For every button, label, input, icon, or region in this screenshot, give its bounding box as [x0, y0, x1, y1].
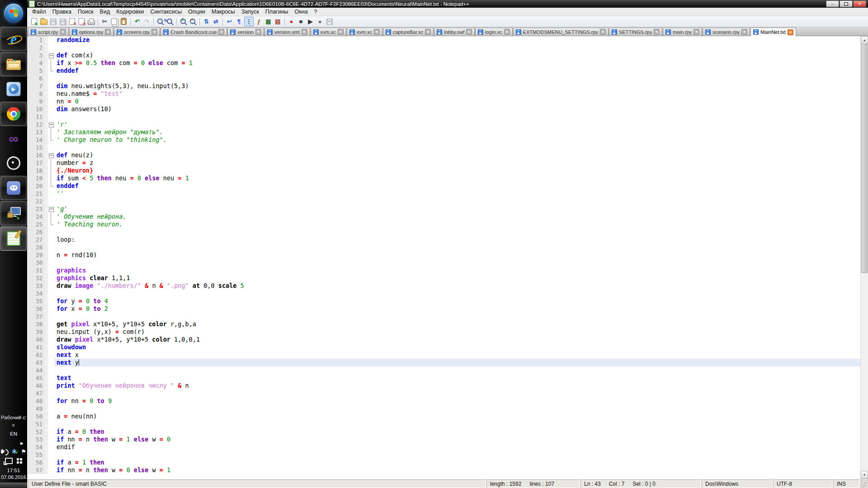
tab-scenario.rpy[interactable]: scenario.rpy✕ — [703, 28, 750, 36]
menu-item[interactable]: Плагины — [262, 8, 292, 16]
paste-icon[interactable] — [119, 17, 128, 26]
tab-EXTMODSMENU_SETTINGS.rpy[interactable]: EXTMODSMENU_SETTINGS.rpy✕ — [513, 28, 609, 36]
tab-xvm.xc[interactable]: xvm.xc✕ — [347, 28, 382, 36]
bookmark-margin[interactable] — [45, 182, 48, 190]
tab-options.rpy[interactable]: options.rpy✕ — [69, 28, 114, 36]
bookmark-margin[interactable] — [45, 259, 48, 267]
tab-close-icon[interactable]: ✕ — [302, 29, 307, 35]
network-icon[interactable] — [5, 458, 13, 464]
bookmark-margin[interactable] — [45, 451, 48, 459]
bookmark-margin[interactable] — [45, 128, 48, 136]
tab-close-icon[interactable]: ✕ — [425, 29, 431, 35]
tab-script.rpy[interactable]: script.rpy✕ — [28, 28, 69, 36]
bookmark-margin[interactable] — [45, 359, 48, 366]
start-button[interactable] — [1, 0, 26, 26]
new-document-icon[interactable] — [30, 17, 38, 26]
bookmark-margin[interactable] — [45, 405, 48, 413]
bookmark-margin[interactable] — [45, 67, 48, 75]
document-map-icon[interactable]: ▦ — [264, 17, 273, 26]
sync-tray-icon[interactable]: ✱ — [12, 448, 17, 455]
menu-item[interactable]: Файл — [29, 8, 49, 16]
menu-item[interactable]: Синтаксисы — [147, 8, 185, 16]
bookmark-margin[interactable] — [45, 244, 48, 251]
copy-icon[interactable] — [110, 17, 118, 26]
tab-version[interactable]: version✕ — [227, 28, 264, 36]
zoom-out-icon[interactable] — [189, 17, 197, 26]
bookmark-margin[interactable] — [45, 113, 48, 121]
bookmark-margin[interactable] — [45, 136, 48, 144]
bookmark-margin[interactable] — [45, 228, 48, 236]
bookmark-margin[interactable] — [45, 374, 48, 382]
bookmark-margin[interactable] — [45, 389, 48, 397]
find-icon[interactable] — [156, 17, 165, 26]
bookmark-margin[interactable] — [45, 313, 48, 320]
scrollbar-thumb[interactable] — [861, 44, 868, 273]
bookmark-margin[interactable] — [45, 98, 48, 105]
clock-date[interactable]: 07.06.2016 — [1, 474, 26, 481]
bookmark-margin[interactable] — [45, 466, 48, 474]
bookmark-margin[interactable] — [45, 75, 48, 82]
close-document-icon[interactable] — [68, 17, 76, 26]
tab-SETTINGS.rpy[interactable]: SETTINGS.rpy✕ — [609, 28, 662, 36]
menu-item[interactable]: Правка — [49, 8, 75, 16]
bookmark-margin[interactable] — [45, 105, 48, 113]
play-macro-icon[interactable]: ▶ — [306, 17, 315, 26]
language-indicator[interactable]: EN — [10, 431, 17, 436]
fold-collapse-icon[interactable] — [49, 53, 54, 58]
bookmark-margin[interactable] — [45, 336, 48, 343]
code-editor[interactable]: 1randomize23def com(x)4if x >= 0.5 then … — [27, 36, 868, 479]
tab-main.rpy[interactable]: main.rpy✕ — [663, 28, 702, 36]
bookmark-margin[interactable] — [45, 267, 48, 274]
bookmark-margin[interactable] — [45, 297, 48, 305]
save-icon[interactable] — [49, 17, 57, 26]
scroll-down-arrow[interactable]: ▼ — [861, 471, 868, 479]
show-desktop-button[interactable] — [0, 483, 27, 488]
bookmark-margin[interactable] — [45, 167, 48, 174]
bookmark-margin[interactable] — [45, 59, 48, 67]
run-macro-multiple-icon[interactable]: » — [316, 17, 324, 26]
tab-close-icon[interactable]: ✕ — [600, 29, 606, 35]
bookmark-margin[interactable] — [45, 44, 48, 52]
bookmark-margin[interactable] — [45, 420, 48, 428]
tab-close-icon[interactable]: ✕ — [218, 29, 224, 35]
tab-close-icon[interactable]: ✕ — [105, 29, 111, 35]
bookmark-margin[interactable] — [45, 90, 48, 98]
stop-recording-icon[interactable]: ■ — [297, 17, 305, 26]
bookmark-margin[interactable] — [45, 174, 48, 182]
bookmark-margin[interactable] — [45, 221, 48, 228]
redo-icon[interactable]: ↷ — [142, 17, 151, 26]
show-all-characters-icon[interactable]: ¶ — [235, 17, 243, 26]
bookmark-margin[interactable] — [45, 282, 48, 290]
bookmark-margin[interactable] — [45, 197, 48, 205]
show-hidden-icons-arrow[interactable]: ▶ — [20, 441, 24, 446]
tab-close-icon[interactable]: ✕ — [788, 29, 793, 35]
bookmark-margin[interactable] — [45, 236, 48, 244]
save-all-icon[interactable] — [58, 17, 67, 26]
minimize-button[interactable]: – — [826, 0, 839, 7]
bookmark-margin[interactable] — [45, 190, 48, 197]
close-button[interactable]: ✕ — [853, 0, 866, 7]
bookmark-margin[interactable] — [45, 413, 48, 420]
taskbar-item-steelseries[interactable] — [1, 151, 26, 175]
fold-margin[interactable] — [48, 121, 55, 128]
taskbar-item-internet-explorer[interactable]: e — [0, 27, 27, 51]
bookmark-margin[interactable] — [45, 320, 48, 328]
zoom-in-icon[interactable] — [179, 17, 188, 26]
bookmark-margin[interactable] — [45, 382, 48, 389]
bookmark-margin[interactable] — [45, 343, 48, 351]
tab-Crash Bandicoot.cue[interactable]: Crash Bandicoot.cue✕ — [160, 28, 227, 36]
menu-item[interactable]: Поиск — [75, 8, 97, 16]
bookmark-margin[interactable] — [45, 436, 48, 443]
taskbar-item-remote-desktop[interactable]: ↘ — [0, 201, 27, 225]
tab-close-icon[interactable]: ✕ — [338, 29, 344, 35]
menu-item[interactable]: Опции — [185, 8, 208, 16]
bookmark-margin[interactable] — [45, 52, 48, 59]
fold-margin[interactable] — [48, 205, 55, 213]
chevron-down-icon[interactable]: » — [10, 424, 17, 427]
bookmark-margin[interactable] — [45, 459, 48, 466]
maximize-button[interactable] — [840, 0, 853, 7]
tab-close-icon[interactable]: ✕ — [60, 29, 66, 35]
tab-screens.rpy[interactable]: screens.rpy✕ — [114, 28, 160, 36]
titlebar[interactable]: C:\Users\Никита\AppData\Local\Temp\scp44… — [27, 0, 868, 8]
bookmark-margin[interactable] — [45, 159, 48, 167]
